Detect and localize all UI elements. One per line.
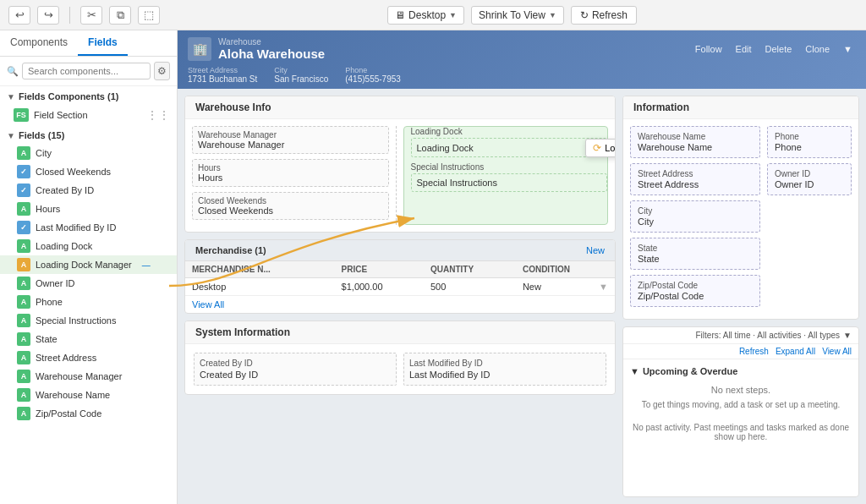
field-item-phone[interactable]: A Phone xyxy=(0,293,177,311)
row-dropdown-icon[interactable]: ▼ xyxy=(599,282,608,292)
field-item-warehouse-name[interactable]: A Warehouse Name xyxy=(0,386,177,404)
system-info-header: System Information xyxy=(185,321,615,344)
field-item-city[interactable]: A City xyxy=(0,144,177,162)
hours-label: Hours xyxy=(198,163,383,173)
record-type-icon: 🏢 xyxy=(188,37,211,61)
wh-mgr-value: Warehouse Manager xyxy=(198,140,383,150)
closed-weekends-field: Closed Weekends Closed Weekends xyxy=(192,192,389,220)
tab-fields[interactable]: Fields xyxy=(78,30,128,56)
field-type-icon: A xyxy=(17,370,30,383)
field-label: Loading Dock xyxy=(36,241,92,251)
sidebar-tabs: Components Fields xyxy=(0,30,177,57)
view-all-activity-link[interactable]: View All xyxy=(822,347,852,356)
field-label: Loading Dock Manager xyxy=(36,260,132,270)
field-item-loading-dock-manager[interactable]: A Loading Dock Manager — xyxy=(0,255,177,274)
fields-components-header[interactable]: ▼ Fields Components (1) xyxy=(0,86,177,105)
loading-dock-section: Loading Dock Loading Dock ✓ ⟳ xyxy=(403,126,609,225)
undo-button[interactable]: ↩ xyxy=(8,6,30,25)
city-info-label: City xyxy=(638,206,753,216)
field-label: Last Modified By ID xyxy=(36,222,116,233)
field-label: Phone xyxy=(36,297,63,307)
field-item-loading-dock[interactable]: A Loading Dock xyxy=(0,237,177,255)
closed-weekends-label: Closed Weekends xyxy=(198,196,383,205)
field-type-icon: ✓ xyxy=(17,184,30,197)
toolbar: ↩ ↪ ✂ ⧉ ⬚ 🖥 Desktop ▼ Shrink To View ▼ ↻… xyxy=(0,0,866,30)
owner-id-label: Owner ID xyxy=(775,169,844,178)
drag-handle-icon: ⋮⋮ xyxy=(146,108,170,122)
field-item-state[interactable]: A State xyxy=(0,330,177,348)
field-label: Zip/Postal Code xyxy=(36,408,101,419)
loading-dock-field-wrapper: Loading Dock Loading Dock ✓ ⟳ xyxy=(411,127,608,157)
field-item-special-instructions[interactable]: A Special Instructions xyxy=(0,311,177,330)
field-type-icon: A xyxy=(17,295,30,309)
wh-mgr-label: Warehouse Manager xyxy=(198,130,383,140)
warehouse-info-body: Warehouse Manager Warehouse Manager Hour… xyxy=(185,119,615,232)
warehouse-info-panel: Warehouse Info Warehouse Manager Warehou… xyxy=(184,96,616,233)
phone-info-field: Phone Phone xyxy=(767,126,852,158)
warehouse-manager-field: Warehouse Manager Warehouse Manager xyxy=(192,126,389,154)
activity-body: ▼ Upcoming & Overdue No next steps. To g… xyxy=(623,359,858,455)
record-title: Aloha Warehouse xyxy=(218,47,325,61)
field-item-hours[interactable]: A Hours xyxy=(0,200,177,218)
filter-dropdown-icon[interactable]: ▼ xyxy=(843,331,852,340)
owner-id-info-field: Owner ID Owner ID xyxy=(767,163,852,195)
street-address-info-field: Street Address Street Address xyxy=(630,163,760,195)
field-label: Owner ID xyxy=(36,278,74,288)
wh-left-fields: Warehouse Manager Warehouse Manager Hour… xyxy=(192,126,397,225)
merch-quantity-cell: 500 xyxy=(424,278,516,296)
redo-button[interactable]: ↪ xyxy=(37,6,59,25)
field-label: Street Address xyxy=(36,353,96,363)
table-row: Desktop $1,000.00 500 New ▼ xyxy=(185,278,615,296)
wh-name-label: Warehouse Name xyxy=(638,132,753,141)
created-by-label: Created By ID xyxy=(200,359,391,368)
record-header: 🏢 Warehouse Aloha Warehouse Follow Edit … xyxy=(178,30,866,89)
no-next-steps: No next steps. xyxy=(630,381,852,398)
gear-button[interactable]: ⚙ xyxy=(154,62,170,80)
merchandise-new-button[interactable]: New xyxy=(586,245,605,255)
follow-button[interactable]: Follow xyxy=(692,43,726,55)
information-panel-header: Information xyxy=(623,96,858,119)
delete-button[interactable]: Delete xyxy=(762,43,796,55)
system-info-body: Created By ID Created By ID Last Modifie… xyxy=(185,344,615,394)
tab-components[interactable]: Components xyxy=(0,30,78,56)
field-item-closed-weekends[interactable]: ✓ Closed Weekends xyxy=(0,162,177,181)
field-label: Special Instructions xyxy=(36,315,116,326)
view-all-link[interactable]: View All xyxy=(185,296,615,313)
field-type-icon: A xyxy=(17,277,30,290)
information-panel-body: Warehouse Name Warehouse Name Street Add… xyxy=(623,119,858,319)
clone-button[interactable]: Clone xyxy=(802,43,833,55)
merchandise-panel: Merchandise (1) New MERCHANDISE N... PRI… xyxy=(184,239,616,314)
search-input[interactable] xyxy=(22,63,151,79)
phone-info-value: Phone xyxy=(775,142,844,152)
expand-all-link[interactable]: Expand All xyxy=(776,347,815,356)
refresh-button[interactable]: ↻ Refresh xyxy=(571,6,637,25)
field-item-created-by-id[interactable]: ✓ Created By ID xyxy=(0,181,177,200)
field-item-street-address[interactable]: A Street Address xyxy=(0,348,177,367)
content-area: 🏢 Warehouse Aloha Warehouse Follow Edit … xyxy=(178,30,866,504)
copy-button[interactable]: ⧉ xyxy=(109,6,131,25)
city-info-value: City xyxy=(638,216,753,227)
merchandise-table: MERCHANDISE N... PRICE QUANTITY CONDITIO… xyxy=(185,261,615,296)
edit-button[interactable]: Edit xyxy=(732,43,755,55)
toolbar-separator xyxy=(69,7,70,24)
more-button[interactable]: ▼ xyxy=(840,43,856,55)
view-dropdown[interactable]: Shrink To View ▼ xyxy=(471,6,564,25)
field-item-owner-id[interactable]: A Owner ID xyxy=(0,274,177,293)
field-item-zip-postal[interactable]: A Zip/Postal Code xyxy=(0,404,177,423)
refresh-activity-link[interactable]: Refresh xyxy=(739,347,769,356)
hours-value: Hours xyxy=(198,173,383,183)
field-item-last-modified[interactable]: ✓ Last Modified By ID xyxy=(0,218,177,237)
hours-field: Hours Hours xyxy=(192,159,389,187)
device-dropdown[interactable]: 🖥 Desktop ▼ xyxy=(387,6,464,25)
merch-price-cell: $1,000.00 xyxy=(335,278,424,296)
cut-button[interactable]: ✂ xyxy=(80,6,102,25)
device-dropdown-arrow: ▼ xyxy=(449,11,457,19)
fields-header[interactable]: ▼ Fields (15) xyxy=(0,125,177,144)
sidebar-search-area: 🔍 ⚙ xyxy=(0,57,177,86)
closed-weekends-value: Closed Weekends xyxy=(198,205,383,216)
field-section-item: FS Field Section ⋮⋮ xyxy=(0,105,177,125)
zip-info-field: Zip/Postal Code Zip/Postal Code xyxy=(630,275,760,307)
field-type-icon: A xyxy=(17,239,30,253)
field-item-warehouse-manager[interactable]: A Warehouse Manager xyxy=(0,367,177,386)
paste-button[interactable]: ⬚ xyxy=(138,6,160,25)
